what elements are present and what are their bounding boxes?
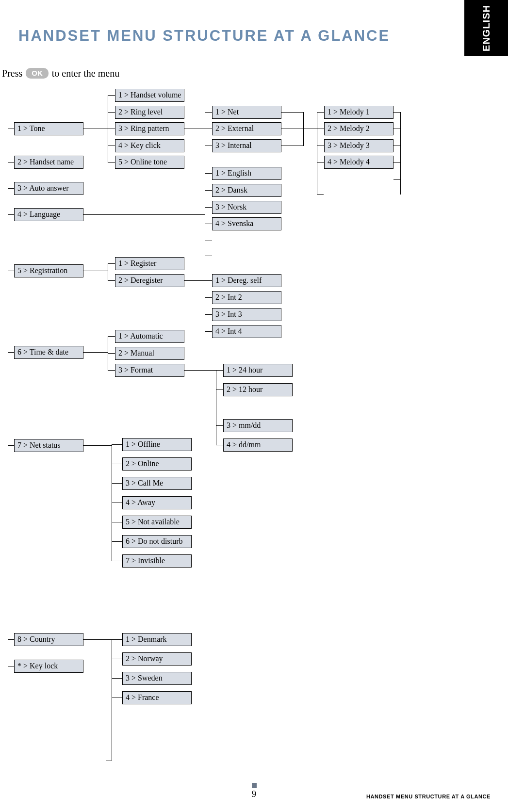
connector xyxy=(317,112,324,113)
fmt-12h: 2 > 12 hour xyxy=(223,383,293,396)
tone-ring-level: 2 > Ring level xyxy=(115,106,184,119)
connector xyxy=(393,146,400,146)
instruction-prefix: Press xyxy=(2,68,25,79)
connector xyxy=(112,639,112,761)
connector xyxy=(303,112,304,146)
connector xyxy=(205,146,212,146)
connector xyxy=(112,561,122,561)
connector xyxy=(205,112,205,146)
connector xyxy=(83,445,112,446)
connector xyxy=(393,129,400,129)
connector xyxy=(106,723,112,723)
connector xyxy=(108,263,108,281)
connector xyxy=(205,331,212,332)
connector xyxy=(393,179,400,180)
connector xyxy=(83,639,112,640)
connector xyxy=(112,464,122,464)
connector xyxy=(108,370,115,371)
connector xyxy=(317,146,324,146)
td-automatic: 1 > Automatic xyxy=(115,330,184,343)
connector xyxy=(8,271,14,271)
connector xyxy=(303,129,317,129)
menu-key-lock: * > Key lock xyxy=(14,660,83,673)
connector xyxy=(216,370,216,445)
connector xyxy=(108,146,115,146)
fmt-mmdd: 3 > mm/dd xyxy=(223,419,293,432)
connector xyxy=(112,444,122,445)
connector xyxy=(8,445,14,446)
page-marker-icon xyxy=(252,783,257,788)
connector xyxy=(184,129,205,129)
page-title: HANDSET MENU STRUCTURE AT A GLANCE xyxy=(18,27,390,45)
menu-auto-answer: 3 > Auto answer xyxy=(14,182,83,195)
connector xyxy=(112,639,122,640)
connector xyxy=(112,678,122,679)
dereg-self: 1 > Dereg. self xyxy=(212,274,281,287)
connector xyxy=(112,522,122,522)
connector xyxy=(216,445,223,445)
country-norway: 2 > Norway xyxy=(122,652,192,666)
connector xyxy=(83,271,108,271)
connector xyxy=(216,425,223,426)
menu-time-date: 6 > Time & date xyxy=(14,346,83,359)
connector xyxy=(216,390,223,390)
instruction: Press OK to enter the menu xyxy=(2,68,119,79)
td-manual: 2 > Manual xyxy=(115,347,184,360)
reg-register: 1 > Register xyxy=(115,257,184,270)
connector xyxy=(205,112,212,113)
fmt-24h: 1 > 24 hour xyxy=(223,364,293,377)
connector xyxy=(393,162,400,163)
connector xyxy=(108,129,115,129)
connector xyxy=(205,224,212,224)
ringpattern-external: 2 > External xyxy=(212,122,281,135)
country-france: 4 > France xyxy=(122,691,192,704)
connector xyxy=(8,162,14,162)
connector xyxy=(108,336,115,337)
connector xyxy=(108,95,115,96)
dereg-int4: 4 > Int 4 xyxy=(212,325,281,338)
menu-net-status: 7 > Net status xyxy=(14,439,83,452)
lang-norsk: 3 > Norsk xyxy=(212,201,281,214)
menu-tone: 1 > Tone xyxy=(14,122,83,135)
connector xyxy=(281,146,303,146)
connector xyxy=(112,503,122,503)
connector xyxy=(108,95,108,163)
dereg-int2: 2 > Int 2 xyxy=(212,291,281,304)
menu-registration: 5 > Registration xyxy=(14,264,83,277)
ns-do-not-disturb: 6 > Do not disturb xyxy=(122,535,192,548)
connector xyxy=(83,129,108,129)
menu-language: 4 > Language xyxy=(14,208,83,221)
connector xyxy=(205,190,212,191)
connector xyxy=(317,129,324,129)
country-denmark: 1 > Denmark xyxy=(122,633,192,646)
lang-english: 1 > English xyxy=(212,167,281,180)
melody-2: 2 > Melody 2 xyxy=(324,122,393,135)
connector xyxy=(317,194,324,195)
connector xyxy=(112,541,122,542)
connector xyxy=(393,112,400,113)
lang-svenska: 4 > Svenska xyxy=(212,217,281,230)
page-number: 9 xyxy=(252,789,256,799)
connector xyxy=(108,162,115,163)
reg-deregister: 2 > Deregister xyxy=(115,274,184,287)
ns-invisible: 7 > Invisible xyxy=(122,554,192,568)
menu-handset-name: 2 > Handset name xyxy=(14,156,83,169)
connector xyxy=(8,129,14,129)
connector xyxy=(8,639,14,640)
ns-call-me: 3 > Call Me xyxy=(122,477,192,490)
connector xyxy=(216,370,223,371)
tone-handset-volume: 1 > Handset volume xyxy=(115,89,184,102)
connector xyxy=(108,353,115,354)
menu-country: 8 > Country xyxy=(14,633,83,646)
connector xyxy=(205,207,212,208)
tone-online-tone: 5 > Online tone xyxy=(115,156,184,169)
connector xyxy=(83,352,108,353)
connector xyxy=(400,112,401,195)
connector xyxy=(83,214,205,215)
connector xyxy=(205,173,212,174)
connector xyxy=(205,280,205,332)
connector xyxy=(8,352,14,353)
side-tab: ENGLISH xyxy=(464,0,508,56)
tone-ring-pattern: 3 > Ring pattern xyxy=(115,122,184,135)
connector xyxy=(112,698,122,698)
